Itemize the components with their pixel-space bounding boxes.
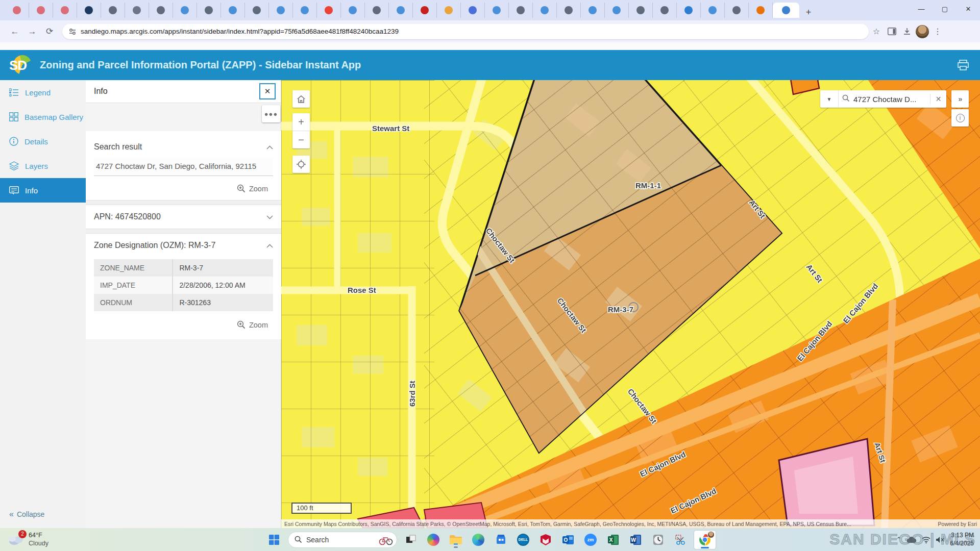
start-button[interactable]	[265, 531, 283, 548]
close-button[interactable]: ✕	[957, 0, 980, 17]
zone-label: RM-3-7	[608, 305, 633, 314]
sidebar-item-legend[interactable]: Legend	[0, 80, 86, 105]
apn-section-header[interactable]: APN: 4674520800	[86, 205, 281, 229]
url-text: sandiego.maps.arcgis.com/apps/instant/si…	[81, 28, 399, 35]
browser-tab[interactable]	[581, 3, 605, 18]
browser-tab[interactable]	[5, 3, 29, 18]
print-button[interactable]	[955, 59, 971, 72]
browser-tab[interactable]	[149, 3, 173, 18]
browser-tab[interactable]	[101, 3, 125, 18]
sidebar-item-basemap-gallery[interactable]: Basemap Gallery	[0, 105, 86, 129]
browser-tab[interactable]	[677, 3, 701, 18]
sidebar-item-layers[interactable]: Layers	[0, 154, 86, 178]
zoom-in-button[interactable]: +	[292, 113, 310, 131]
microsoft-store-button[interactable]	[492, 531, 509, 548]
browser-tab[interactable]	[29, 3, 53, 18]
downloads-icon[interactable]	[899, 24, 915, 39]
tab-favicon	[421, 6, 429, 14]
search-result-zoom-link[interactable]: Zoom	[86, 176, 281, 200]
browser-tab[interactable]	[509, 3, 533, 18]
zoom-app-button[interactable]: zm	[582, 531, 599, 548]
side-panel-icon[interactable]	[884, 24, 899, 39]
browser-tab[interactable]	[653, 3, 677, 18]
snipping-tool-button[interactable]	[672, 531, 689, 548]
tab-list[interactable]	[5, 0, 799, 20]
browser-tab[interactable]	[725, 3, 749, 18]
onedrive-cloud-icon[interactable]	[906, 536, 917, 543]
copilot-button[interactable]	[425, 531, 442, 548]
sidebar-item-info[interactable]: Info	[0, 178, 86, 203]
bookmark-star-icon[interactable]: ☆	[869, 24, 884, 39]
browser-tab[interactable]	[221, 3, 245, 18]
tab-favicon	[445, 6, 453, 14]
file-explorer-button[interactable]	[447, 531, 464, 548]
browser-tab[interactable]	[389, 3, 413, 18]
browser-tab[interactable]	[269, 3, 293, 18]
browser-toolbar: ← → ⟳ sandiego.maps.arcgis.com/apps/inst…	[0, 20, 980, 42]
browser-tab[interactable]	[197, 3, 221, 18]
task-view-button[interactable]	[402, 531, 420, 548]
browser-tab[interactable]	[413, 3, 437, 18]
browser-tab[interactable]	[293, 3, 317, 18]
map-info-button[interactable]: i	[951, 109, 969, 127]
browser-tab[interactable]	[125, 3, 149, 18]
zone-section-header[interactable]: Zone Designation (OZM): RM-3-7	[86, 234, 281, 254]
browser-tab[interactable]	[557, 3, 581, 18]
browser-tab[interactable]	[605, 3, 629, 18]
browser-tab[interactable]	[77, 3, 101, 18]
map-view[interactable]: Stewart St Rose St 63rd St Choctaw St Ch…	[281, 80, 980, 528]
collapse-search-button[interactable]: »	[951, 90, 969, 108]
browser-tab[interactable]	[341, 3, 365, 18]
browser-tab[interactable]	[365, 3, 389, 18]
chrome-button[interactable]	[694, 531, 716, 549]
search-source-dropdown[interactable]: ▼	[820, 90, 839, 108]
clock-app-button[interactable]	[649, 531, 667, 548]
outlook-button[interactable]: O	[559, 531, 577, 548]
tray-expand-chevron-icon[interactable]: ⌃	[896, 536, 901, 543]
excel-button[interactable]: X	[604, 531, 622, 548]
taskbar-clock[interactable]: 3:13 PM 6/4/2025	[950, 532, 974, 547]
browser-tab[interactable]	[461, 3, 485, 18]
address-bar[interactable]: sandiego.maps.arcgis.com/apps/instant/si…	[62, 24, 869, 39]
browser-menu-icon[interactable]: ⋮	[930, 24, 945, 39]
notification-badge: 2	[18, 530, 27, 538]
minimize-button[interactable]: —	[910, 0, 933, 17]
network-wifi-icon[interactable]	[922, 536, 930, 543]
taskbar-search-box[interactable]: Search	[288, 532, 397, 548]
panel-more-options-button[interactable]: ●●●	[262, 105, 280, 122]
browser-tab[interactable]	[701, 3, 725, 18]
forward-button[interactable]: →	[23, 23, 41, 40]
collapse-button[interactable]: «Collapse	[9, 510, 44, 519]
browser-tab[interactable]	[245, 3, 269, 18]
edge-button[interactable]	[470, 531, 487, 548]
browser-tab[interactable]	[173, 3, 197, 18]
browser-tab[interactable]	[437, 3, 461, 18]
back-button[interactable]: ←	[6, 23, 23, 40]
tab-favicon	[325, 6, 333, 14]
locate-button[interactable]	[292, 156, 310, 173]
zone-zoom-link[interactable]: Zoom	[86, 312, 281, 336]
browser-tab[interactable]	[485, 3, 509, 18]
browser-tab[interactable]	[749, 3, 773, 18]
browser-tab[interactable]	[533, 3, 557, 18]
new-tab-button[interactable]: +	[801, 5, 816, 19]
browser-tab-active[interactable]	[773, 3, 799, 18]
volume-muted-icon[interactable]	[936, 536, 945, 543]
mcafee-button[interactable]	[537, 531, 554, 548]
browser-tab[interactable]	[317, 3, 341, 18]
home-button[interactable]	[292, 90, 310, 108]
profile-avatar[interactable]	[915, 24, 930, 39]
browser-tab[interactable]	[629, 3, 653, 18]
zoom-out-button[interactable]: −	[292, 131, 310, 148]
search-result-section-header[interactable]: Search result	[86, 138, 281, 156]
search-clear-icon[interactable]: ✕	[930, 94, 946, 104]
weather-widget[interactable]: 2 64°F Cloudy	[7, 532, 109, 547]
word-button[interactable]: W	[627, 531, 644, 548]
map-search-input[interactable]	[853, 95, 930, 104]
dell-display-manager-button[interactable]: DELL	[514, 531, 532, 548]
maximize-button[interactable]: ▢	[933, 0, 957, 17]
sidebar-item-details[interactable]: Details	[0, 129, 86, 154]
browser-tab[interactable]	[53, 3, 77, 18]
panel-close-button[interactable]: ✕	[259, 83, 276, 99]
reload-button[interactable]: ⟳	[41, 23, 58, 40]
